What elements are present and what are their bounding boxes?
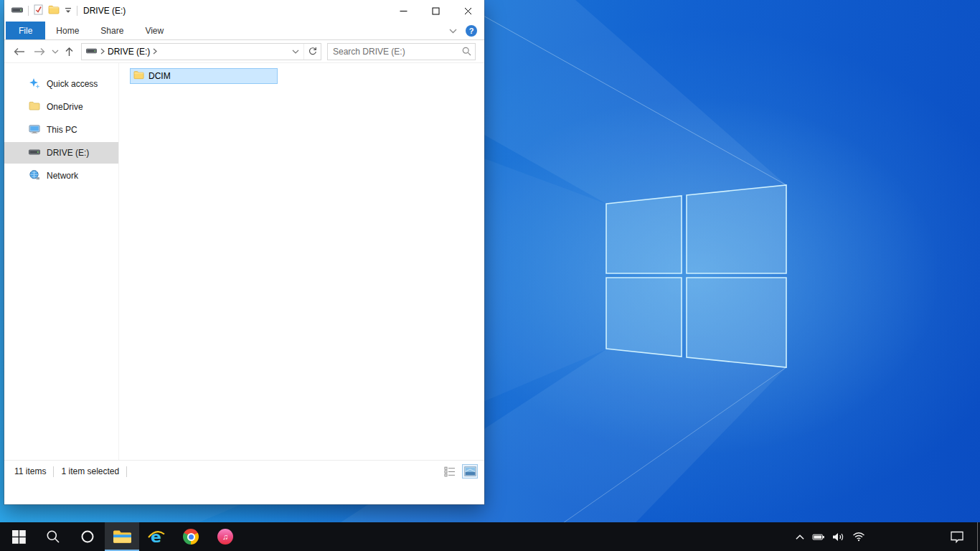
- hidden-icons-chevron-icon[interactable]: [795, 534, 805, 540]
- expand-ribbon-chevron-icon[interactable]: [449, 26, 457, 36]
- sidebar-item-this-pc[interactable]: This PC: [4, 119, 118, 141]
- navigation-bar: DRIVE (E:): [4, 40, 484, 63]
- up-icon[interactable]: [65, 47, 74, 57]
- refresh-icon[interactable]: [303, 44, 321, 60]
- items-count: 11 items: [14, 466, 46, 476]
- recent-locations-chevron-icon[interactable]: [52, 50, 59, 54]
- onedrive-folder-icon: [29, 101, 40, 113]
- search-box: [327, 43, 476, 60]
- svg-text:e: e: [151, 528, 161, 546]
- navigation-pane: Quick access OneDrive This PC: [4, 63, 119, 460]
- new-folder-icon[interactable]: [48, 5, 60, 17]
- taskbar-file-explorer-icon[interactable]: [105, 522, 139, 551]
- search-input[interactable]: [328, 44, 458, 59]
- quick-access-star-icon: [29, 77, 40, 91]
- drive-icon: [86, 47, 97, 57]
- tab-home[interactable]: Home: [45, 22, 90, 39]
- sidebar-item-onedrive[interactable]: OneDrive: [4, 96, 118, 118]
- folder-icon: [133, 70, 144, 82]
- file-item-dcim-selected[interactable]: DCIM: [130, 68, 278, 84]
- details-view-icon[interactable]: [443, 465, 457, 478]
- itunes-logo: ♫: [217, 529, 233, 545]
- show-desktop-button[interactable]: [977, 522, 980, 551]
- itunes-icon[interactable]: ♫: [208, 522, 242, 551]
- file-explorer-window: DRIVE (E:) File Home Share View: [4, 0, 484, 504]
- sidebar-item-label: Network: [47, 171, 78, 181]
- selection-count: 1 item selected: [61, 466, 119, 476]
- screen: DRIVE (E:) File Home Share View: [0, 0, 980, 551]
- chrome-logo: [183, 529, 199, 545]
- drive-icon: [11, 6, 23, 16]
- close-button[interactable]: [452, 0, 484, 22]
- sidebar-item-label: Quick access: [47, 79, 98, 89]
- taskbar-apps: e ♫: [1, 522, 242, 551]
- status-separator: [126, 466, 127, 477]
- network-globe-icon: [29, 169, 40, 183]
- customize-toolbar-chevron-icon[interactable]: [65, 6, 72, 16]
- hard-drive-icon: [29, 148, 40, 158]
- sidebar-item-drive-e[interactable]: DRIVE (E:): [4, 142, 118, 164]
- breadcrumb-chevron-icon[interactable]: [153, 47, 157, 57]
- large-icons-view-icon[interactable]: [463, 465, 477, 478]
- properties-icon[interactable]: [34, 4, 43, 17]
- maximize-button[interactable]: [420, 0, 452, 22]
- taskbar: e ♫: [0, 522, 980, 551]
- toolbar-separator: [28, 6, 29, 16]
- quick-access-toolbar: [11, 4, 77, 17]
- sidebar-item-quick-access[interactable]: Quick access: [4, 73, 118, 95]
- view-toggles: [443, 465, 477, 478]
- sidebar-item-network[interactable]: Network: [4, 165, 118, 187]
- internet-explorer-icon[interactable]: e: [139, 522, 174, 551]
- title-bar[interactable]: DRIVE (E:): [4, 0, 484, 22]
- tab-share[interactable]: Share: [90, 22, 134, 39]
- status-bar: 11 items 1 item selected: [4, 460, 484, 482]
- action-center-icon[interactable]: [950, 531, 964, 543]
- ribbon-right-controls: ?: [449, 22, 484, 39]
- ribbon-tab-strip: File Home Share View ?: [4, 22, 484, 40]
- chrome-icon[interactable]: [174, 522, 208, 551]
- forward-icon[interactable]: [34, 47, 46, 56]
- minimize-button[interactable]: [387, 0, 420, 22]
- sidebar-item-label: DRIVE (E:): [47, 148, 89, 158]
- file-name: DCIM: [149, 71, 171, 81]
- sidebar-item-label: This PC: [47, 125, 77, 135]
- tab-view[interactable]: View: [134, 22, 174, 39]
- file-list-area[interactable]: DCIM: [119, 63, 484, 460]
- cortana-icon[interactable]: [70, 522, 105, 551]
- search-icon[interactable]: [458, 47, 475, 56]
- computer-monitor-icon: [29, 124, 40, 136]
- window-title: DRIVE (E:): [83, 6, 126, 16]
- address-bar[interactable]: DRIVE (E:): [81, 43, 321, 60]
- start-button[interactable]: [1, 522, 36, 551]
- address-dropdown-chevron-icon[interactable]: [288, 44, 303, 60]
- tab-file[interactable]: File: [6, 22, 45, 39]
- status-separator: [53, 466, 54, 477]
- breadcrumb-drive-segment[interactable]: DRIVE (E:): [108, 47, 150, 57]
- explorer-content: Quick access OneDrive This PC: [4, 63, 484, 460]
- volume-icon[interactable]: [832, 532, 845, 542]
- back-icon[interactable]: [13, 47, 25, 56]
- sidebar-item-label: OneDrive: [47, 102, 83, 112]
- help-icon[interactable]: ?: [466, 25, 477, 37]
- toolbar-separator: [77, 6, 77, 16]
- taskbar-search-icon[interactable]: [36, 522, 70, 551]
- wifi-icon[interactable]: [852, 532, 865, 542]
- system-tray: [795, 522, 980, 551]
- window-controls: [387, 0, 484, 22]
- breadcrumb-chevron-icon[interactable]: [100, 47, 105, 57]
- battery-icon[interactable]: [812, 533, 825, 541]
